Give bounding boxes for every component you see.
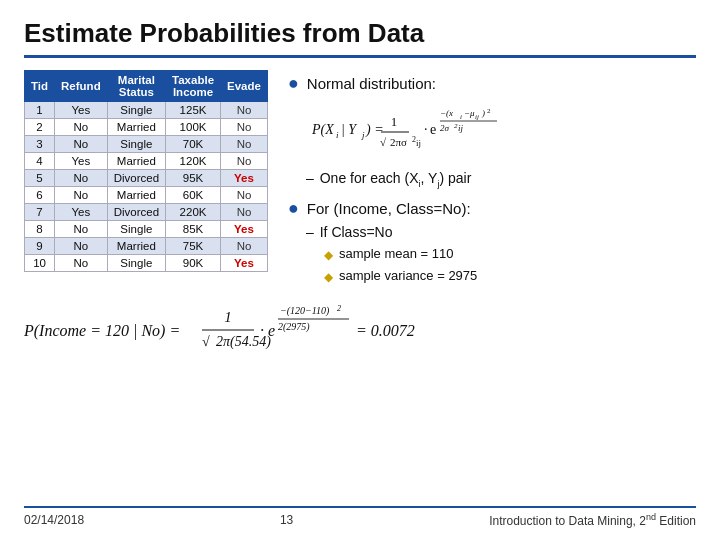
diamond-icon-2: ◆ [324, 270, 333, 284]
cell-r8-c4: 85K [166, 221, 221, 238]
right-panel: ● Normal distribution: P(X i | Y j ) = 1 [288, 70, 696, 284]
cell-r2-c5: No [221, 119, 268, 136]
footer: 02/14/2018 13 Introduction to Data Minin… [24, 506, 696, 528]
cell-r3-c1: 3 [25, 136, 55, 153]
cell-r5-c5: Yes [221, 170, 268, 187]
footer-course: Introduction to Data Mining, 2nd Edition [489, 512, 696, 528]
svg-text:= 0.0072: = 0.0072 [356, 322, 415, 339]
cell-r10-c5: Yes [221, 255, 268, 272]
cell-r4-c4: 120K [166, 153, 221, 170]
bullet-icon-2: ● [288, 199, 299, 219]
dash-row-2: – If Class=No [306, 224, 696, 240]
bullet-row-1: ● Normal distribution: [288, 74, 696, 94]
cell-r4-c5: No [221, 153, 268, 170]
cell-r10-c3: Single [107, 255, 165, 272]
cell-r1-c3: Single [107, 102, 165, 119]
bullet-section-1: ● Normal distribution: P(X i | Y j ) = 1 [288, 74, 696, 189]
cell-r7-c5: No [221, 204, 268, 221]
data-table: Tid Refund MaritalStatus TaxableIncome E… [24, 70, 268, 272]
dash-text-2: If Class=No [320, 224, 393, 240]
cell-r5-c4: 95K [166, 170, 221, 187]
cell-r9-c3: Married [107, 238, 165, 255]
svg-text:2σ: 2σ [440, 123, 450, 133]
page-title: Estimate Probabilities from Data [24, 18, 696, 49]
col-evade: Evade [221, 71, 268, 102]
bullet-section-2: ● For (Income, Class=No): – If Class=No … [288, 199, 696, 285]
cell-r8-c1: 8 [25, 221, 55, 238]
bullet-row-2: ● For (Income, Class=No): [288, 199, 696, 219]
svg-text:−(x: −(x [440, 108, 453, 118]
sub-bullet-row-2: ◆ sample variance = 2975 [324, 268, 696, 284]
diamond-icon-1: ◆ [324, 248, 333, 262]
bullet-text-1: Normal distribution: [307, 74, 436, 94]
svg-text:2πσ: 2πσ [390, 136, 407, 148]
cell-r4-c1: 4 [25, 153, 55, 170]
svg-text:ij: ij [458, 123, 464, 133]
content-area: Tid Refund MaritalStatus TaxableIncome E… [24, 70, 696, 284]
bullet-text-2: For (Income, Class=No): [307, 199, 471, 219]
svg-text:P(X: P(X [312, 122, 334, 138]
table-row: 8NoSingle85KYes [25, 221, 268, 238]
svg-text:i: i [460, 113, 462, 121]
cell-r3-c4: 70K [166, 136, 221, 153]
cell-r6-c2: No [55, 187, 108, 204]
cell-r7-c3: Divorced [107, 204, 165, 221]
cell-r7-c1: 7 [25, 204, 55, 221]
footer-page: 13 [280, 513, 293, 527]
cell-r3-c3: Single [107, 136, 165, 153]
cell-r2-c1: 2 [25, 119, 55, 136]
cell-r1-c4: 125K [166, 102, 221, 119]
cell-r4-c3: Married [107, 153, 165, 170]
table-row: 9NoMarried75KNo [25, 238, 268, 255]
cell-r9-c1: 9 [25, 238, 55, 255]
table-row: 3NoSingle70KNo [25, 136, 268, 153]
cell-r6-c3: Married [107, 187, 165, 204]
svg-text:√: √ [202, 334, 210, 349]
cell-r2-c4: 100K [166, 119, 221, 136]
cell-r5-c1: 5 [25, 170, 55, 187]
cell-r8-c3: Single [107, 221, 165, 238]
svg-text:| Y: | Y [341, 122, 358, 137]
footer-date: 02/14/2018 [24, 513, 84, 527]
svg-text:ij: ij [475, 113, 479, 121]
table-row: 10NoSingle90KYes [25, 255, 268, 272]
cell-r2-c3: Married [107, 119, 165, 136]
normal-dist-formula: P(X i | Y j ) = 1 √ 2πσ 2 ij · e [312, 104, 696, 162]
cell-r4-c2: Yes [55, 153, 108, 170]
svg-text:1: 1 [391, 114, 398, 129]
cell-r8-c2: No [55, 221, 108, 238]
svg-text:2(2975): 2(2975) [278, 321, 310, 333]
cell-r7-c2: Yes [55, 204, 108, 221]
col-refund: Refund [55, 71, 108, 102]
svg-text:P(Income = 120 | No) =: P(Income = 120 | No) = [24, 322, 180, 340]
svg-text:−μ: −μ [464, 108, 475, 118]
cell-r9-c2: No [55, 238, 108, 255]
svg-text:i: i [336, 130, 339, 140]
cell-r6-c5: No [221, 187, 268, 204]
svg-text:): ) [481, 108, 485, 118]
dash-icon-2: – [306, 224, 314, 240]
sub-bullet-row-1: ◆ sample mean = 110 [324, 246, 696, 262]
table-row: 1YesSingle125KNo [25, 102, 268, 119]
cell-r2-c2: No [55, 119, 108, 136]
svg-text:e: e [268, 322, 275, 339]
dash-text-1: One for each (Xi, Yj) pair [320, 170, 472, 189]
cell-r5-c2: No [55, 170, 108, 187]
svg-text:2: 2 [487, 107, 491, 115]
cell-r6-c1: 6 [25, 187, 55, 204]
table-row: 7YesDivorced220KNo [25, 204, 268, 221]
table-row: 4YesMarried120KNo [25, 153, 268, 170]
cell-r3-c2: No [55, 136, 108, 153]
svg-text:√: √ [380, 136, 387, 148]
cell-r9-c4: 75K [166, 238, 221, 255]
cell-r6-c4: 60K [166, 187, 221, 204]
col-tid: Tid [25, 71, 55, 102]
svg-text:·: · [424, 122, 428, 137]
cell-r5-c3: Divorced [107, 170, 165, 187]
sub-text-2: sample variance = 2975 [339, 268, 477, 283]
cell-r8-c5: Yes [221, 221, 268, 238]
table-row: 5NoDivorced95KYes [25, 170, 268, 187]
svg-text:2: 2 [337, 304, 341, 313]
cell-r10-c4: 90K [166, 255, 221, 272]
sub-text-1: sample mean = 110 [339, 246, 454, 261]
